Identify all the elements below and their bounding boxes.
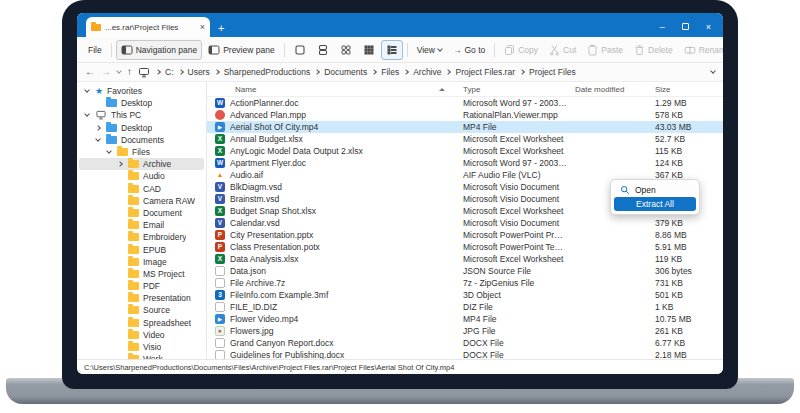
sidebar-item-desktop[interactable]: Desktop xyxy=(79,97,204,109)
toolbar-separator xyxy=(407,43,408,57)
context-menu-item-extract-all[interactable]: Extract All xyxy=(614,197,696,211)
file-name: Budget Snap Shot.xlsx xyxy=(230,206,316,216)
file-row-calendar-vsd[interactable]: VCalendar.vsdMicrosoft Visio Document379… xyxy=(207,217,723,229)
file-type: Microsoft Word 97 - 2003… xyxy=(455,158,567,168)
go-to-button[interactable]: →Go to xyxy=(448,41,490,59)
column-header-type[interactable]: Type xyxy=(455,85,567,94)
sidebar-item-ms-project[interactable]: MS Project xyxy=(79,268,204,280)
column-header-name[interactable]: Name xyxy=(207,85,455,94)
sidebar-item-spreadsheet[interactable]: Spreadsheet xyxy=(79,317,204,329)
sidebar-item-favorites[interactable]: ★Favorites xyxy=(79,85,204,97)
delete-button[interactable]: Delete xyxy=(629,40,678,60)
file-row-data-analysis-xlsx[interactable]: XData Analysis.xlsxMicrosoft Excel Works… xyxy=(207,253,723,265)
file-type: 3D Object xyxy=(455,290,567,300)
file-size: 1 KB xyxy=(647,302,723,312)
view-medium-button[interactable] xyxy=(335,40,357,60)
rename-button[interactable]: Rename xyxy=(679,40,723,60)
view-small-button[interactable] xyxy=(358,40,380,60)
file-row-flowers-jpg[interactable]: ●Flowers.jpgJPG File261 KB xyxy=(207,325,723,337)
file-row-advanced-plan-mpp[interactable]: Advanced Plan.mppRationalPlan.Viewer.mpp… xyxy=(207,109,723,121)
view-extra-large-button[interactable] xyxy=(289,40,311,60)
expander-icon[interactable] xyxy=(94,126,102,130)
file-menu-button[interactable]: File xyxy=(83,41,107,59)
goto-arrow-icon: → xyxy=(453,45,462,55)
sidebar-item-epub[interactable]: EPUB xyxy=(79,243,204,255)
sidebar-item-audio[interactable]: Audio xyxy=(79,170,204,182)
file-row-city-presentation-pptx[interactable]: PCity Presentation.pptxMicrosoft PowerPo… xyxy=(207,229,723,241)
breadcrumb-item-project-files-rar[interactable]: Project Files.rar xyxy=(455,67,515,77)
file-name-cell: ●Flowers.jpg xyxy=(207,326,455,336)
tab-close-icon[interactable]: × xyxy=(200,22,205,32)
paste-button[interactable]: Paste xyxy=(582,40,628,60)
expander-icon[interactable] xyxy=(83,114,91,116)
folder-icon xyxy=(128,185,139,193)
expander-icon[interactable] xyxy=(94,139,102,141)
sidebar-item-this-pc[interactable]: This PC xyxy=(79,109,204,121)
sidebar-item-desktop[interactable]: Desktop xyxy=(79,122,204,134)
address-dropdown-icon[interactable] xyxy=(710,68,716,74)
file-row-file-archive-7z[interactable]: File Archive.7z7z - ZipGenius File731 KB xyxy=(207,277,723,289)
file-size: 731 KB xyxy=(647,278,723,288)
sidebar-item-image[interactable]: Image xyxy=(79,256,204,268)
up-button[interactable]: ↑ xyxy=(127,67,132,77)
sidebar-item-camera-raw[interactable]: Camera RAW xyxy=(79,195,204,207)
file-row-flower-video-mp4[interactable]: ▶Flower Video.mp4MP4 File10.75 MB xyxy=(207,313,723,325)
explorer-tab[interactable]: ...es.rar\Project Files × xyxy=(86,17,210,37)
sidebar-item-video[interactable]: Video xyxy=(79,329,204,341)
file-row-annual-budget-xlsx[interactable]: XAnnual Budget.xlsxMicrosoft Excel Works… xyxy=(207,133,723,145)
view-large-button[interactable] xyxy=(312,40,334,60)
column-header-date[interactable]: Date modified xyxy=(567,85,647,94)
file-row-actionplanner-doc[interactable]: WActionPlanner.docMicrosoft Word 97 - 20… xyxy=(207,97,723,109)
file-row-data-json[interactable]: Data.jsonJSON Source File306 bytes xyxy=(207,265,723,277)
sidebar-item-work[interactable]: Work xyxy=(79,353,204,359)
sidebar-item-email[interactable]: Email xyxy=(79,219,204,231)
file-row-grand-canyon-report-docx[interactable]: Grand Canyon Report.docxDOCX File6.77 KB xyxy=(207,337,723,349)
forward-button[interactable]: → xyxy=(101,67,111,77)
recent-locations-icon[interactable] xyxy=(116,68,122,74)
preview-pane-toggle[interactable]: Preview pane xyxy=(203,40,280,60)
file-row-anylogic-model-data-output-2-xlsx[interactable]: XAnyLogic Model Data Output 2.xlsxMicros… xyxy=(207,145,723,157)
new-tab-button[interactable]: + xyxy=(218,23,224,34)
view-menu-button[interactable]: View xyxy=(412,41,447,59)
expander-icon[interactable] xyxy=(83,90,91,92)
sidebar-item-files[interactable]: Files xyxy=(79,146,204,158)
expander-icon[interactable] xyxy=(105,151,113,153)
sidebar-item-cad[interactable]: CAD xyxy=(79,183,204,195)
sidebar-item-documents[interactable]: Documents xyxy=(79,134,204,146)
sidebar-item-pdf[interactable]: PDF xyxy=(79,280,204,292)
view-details-button[interactable] xyxy=(381,40,403,60)
copy-button[interactable]: Copy xyxy=(499,40,543,60)
sidebar-item-archive[interactable]: Archive xyxy=(79,158,204,170)
breadcrumb-item-sharpenedproductions[interactable]: SharpenedProductions xyxy=(224,67,310,77)
minimize-button[interactable]: – xyxy=(660,23,665,32)
file-row-aerial-shot-of-city-mp4[interactable]: ▶Aerial Shot Of City.mp4MP4 File43.03 MB xyxy=(207,121,723,133)
file-type: MP4 File xyxy=(455,122,567,132)
file-row-apartment-flyer-doc[interactable]: WApartment Flyer.docMicrosoft Word 97 - … xyxy=(207,157,723,169)
file-size: 306 bytes xyxy=(647,266,723,276)
sidebar-item-embroidery[interactable]: Embroidery xyxy=(79,231,204,243)
sidebar-item-presentation[interactable]: Presentation xyxy=(79,292,204,304)
sidebar-item-source[interactable]: Source xyxy=(79,304,204,316)
close-button[interactable]: × xyxy=(706,23,711,32)
column-header-size[interactable]: Size xyxy=(647,85,723,94)
file-row-file-id-diz[interactable]: FILE_ID.DIZDIZ File1 KB xyxy=(207,301,723,313)
file-row-guidelines-for-publishing-docx[interactable]: Guidelines for Publishing.docxDOCX File2… xyxy=(207,349,723,359)
file-row-class-presentation-potx[interactable]: PClass Presentation.potxMicrosoft PowerP… xyxy=(207,241,723,253)
sidebar-item-label: Desktop xyxy=(121,98,152,108)
maximize-button[interactable] xyxy=(682,23,689,32)
sidebar-item-visio[interactable]: Visio xyxy=(79,341,204,353)
cut-button[interactable]: Cut xyxy=(544,40,581,60)
breadcrumb-item-files[interactable]: Files xyxy=(381,67,399,77)
expander-icon[interactable] xyxy=(116,162,124,166)
breadcrumb-item-documents[interactable]: Documents xyxy=(324,67,367,77)
navigation-pane-toggle[interactable]: Navigation pane xyxy=(116,40,202,60)
file-row-fileinfo-com-example-3mf[interactable]: 3FileInfo.com Example.3mf3D Object501 KB xyxy=(207,289,723,301)
breadcrumb-item-users[interactable]: Users xyxy=(188,67,210,77)
breadcrumb-item-archive[interactable]: Archive xyxy=(413,67,441,77)
context-menu-item-open[interactable]: Open xyxy=(614,183,696,197)
sidebar-item-label: Embroidery xyxy=(143,232,186,242)
sidebar-item-document[interactable]: Document xyxy=(79,207,204,219)
breadcrumb-item-project-files[interactable]: Project Files xyxy=(529,67,576,77)
breadcrumb-item-c[interactable]: C: xyxy=(165,67,174,77)
back-button[interactable]: ← xyxy=(85,67,95,77)
